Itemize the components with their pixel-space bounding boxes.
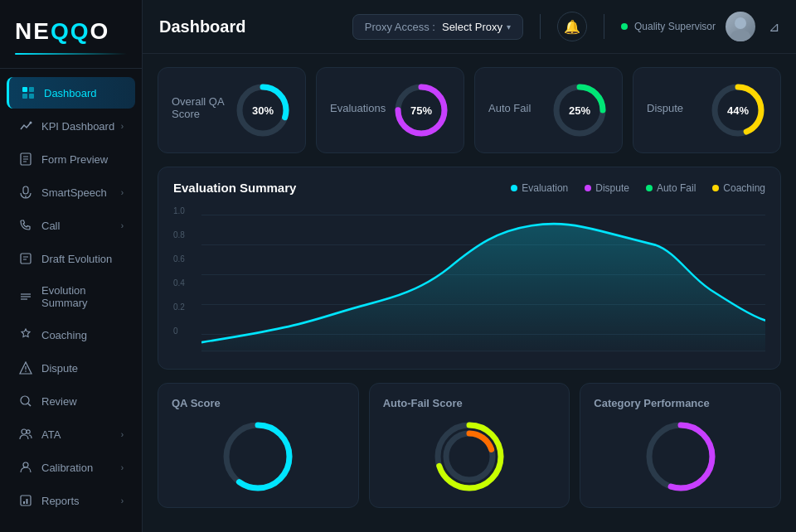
y-axis-label: 0.2 [173,302,198,312]
metric-card-evaluations: Evaluations 75% [316,67,464,153]
metric-title: Dispute [647,102,683,114]
draft-evolution-icon [18,251,33,266]
sidebar-item-label: Form Preview [41,153,124,166]
eval-summary-card: Evaluation Summary Evaluation Dispute Au… [158,167,781,370]
call-icon [18,218,33,233]
logo: NEQQO [15,18,127,45]
coaching-icon [18,327,33,342]
svg-rect-24 [21,496,31,505]
chevron-icon: › [121,221,124,230]
y-axis-label: 0.6 [173,254,198,264]
proxy-area[interactable]: Proxy Access : Select Proxy ▾ [352,14,523,40]
chart-legend: Evaluation Dispute Auto Fail Coaching [511,182,765,194]
bottom-card-title: Auto-Fail Score [383,397,556,409]
metric-info: Auto Fail [488,102,531,119]
svg-rect-1 [29,87,34,92]
chevron-icon: › [121,496,124,505]
sidebar-item-label: Dashboard [44,87,124,99]
chevron-icon: › [121,430,124,439]
multi-donut [432,419,507,494]
sidebar-item-dashboard[interactable]: Dashboard [7,77,135,109]
sidebar-item-dispute[interactable]: Dispute [7,352,135,384]
y-axis-label: 0.4 [173,278,198,288]
sidebar: NEQQO Dashboard KPI Dashboard › Form Pre… [0,0,143,532]
main-content: Dashboard Proxy Access : Select Proxy ▾ … [143,0,796,532]
legend-dot [646,185,653,191]
legend-label: Dispute [595,182,629,194]
bottom-card-qa-score: QA Score [158,383,359,508]
bottom-donut-row [594,419,767,494]
sidebar-item-kpi-dashboard[interactable]: KPI Dashboard › [7,110,135,142]
ata-icon [18,427,33,442]
eval-summary-header: Evaluation Summary Evaluation Dispute Au… [173,181,765,195]
metric-cards: Overall QA Score 30% Evaluations 75% Aut… [158,67,781,153]
legend-item-coaching: Coaching [712,182,765,194]
sidebar-item-reports[interactable]: Reports › [7,485,135,516]
smartspeech-icon [18,185,33,200]
bottom-card-title: Category Performance [594,397,767,409]
metric-card-dispute: Dispute 44% [633,67,781,153]
donut-label: 30% [252,104,274,117]
svg-rect-3 [29,94,34,99]
sidebar-item-coaching[interactable]: Coaching [7,319,135,351]
sidebar-item-evolution-summary[interactable]: Evolution Summary [7,276,135,317]
donut-evaluations: 75% [392,81,450,139]
sidebar-item-calibration[interactable]: Calibration › [7,452,135,483]
donut-overall-qa: 30% [234,81,292,139]
evolution-summary-icon [18,289,33,304]
sidebar-item-label: Call [41,220,121,232]
calibration-icon [18,460,33,475]
header-user: Quality Supervisor [621,21,716,32]
sidebar-item-review[interactable]: Review [7,385,135,417]
sidebar-item-form-preview[interactable]: Form Preview [7,143,135,175]
proxy-label: Proxy Access : [365,21,435,33]
legend-dot [511,185,517,191]
sidebar-item-smartspeech[interactable]: SmartSpeech › [7,177,135,208]
svg-rect-26 [27,499,28,504]
chart-area: 1.00.80.60.40.20 [173,206,765,355]
svg-rect-9 [23,186,28,194]
legend-item-evaluation: Evaluation [511,182,568,194]
sidebar-item-draft-evolution[interactable]: Draft Evolution [7,243,135,274]
metric-title: Evaluations [330,102,386,114]
sidebar-item-ata[interactable]: ATA › [7,418,135,450]
eval-chart [201,206,765,355]
donut-label: 75% [410,104,432,117]
sidebar-item-label: Review [41,395,124,408]
single-donut [221,419,295,494]
header: Dashboard Proxy Access : Select Proxy ▾ … [143,0,796,54]
donut-label: 44% [727,104,749,117]
donut-dispute: 44% [709,81,767,139]
avatar[interactable] [726,12,755,41]
user-online-dot [621,23,628,30]
metric-title: Auto Fail [488,102,531,114]
reports-icon [18,493,33,508]
legend-label: Evaluation [522,182,568,194]
header-divider-2 [604,14,604,39]
metric-card-overall-qa: Overall QA Score 30% [158,67,306,153]
svg-point-21 [22,429,27,434]
bottom-cards: QA Score Auto-Fail Score Category Perfor… [158,383,781,508]
notification-bell-button[interactable]: 🔔 [557,12,587,41]
sidebar-item-label: Coaching [41,329,124,341]
sidebar-item-label: ATA [41,428,121,441]
sidebar-item-label: SmartSpeech [41,186,121,199]
svg-point-19 [21,396,29,404]
single-donut [643,419,718,494]
metric-card-auto-fail: Auto Fail 25% [474,67,623,153]
donut-auto-fail: 25% [551,81,609,139]
donut-label: 25% [569,104,590,117]
dashboard-body: Overall QA Score 30% Evaluations 75% Aut… [143,54,796,532]
app-container: NEQQO Dashboard KPI Dashboard › Form Pre… [0,0,796,532]
sidebar-item-label: Draft Evolution [41,253,124,265]
kpi-dashboard-icon [18,118,33,133]
sidebar-item-label: Evolution Summary [41,284,124,309]
svg-rect-11 [21,254,31,264]
svg-rect-0 [22,87,27,92]
filter-icon[interactable]: ⊿ [769,19,779,35]
legend-item-auto fail: Auto Fail [646,182,696,194]
legend-dot [585,185,591,191]
sidebar-item-call[interactable]: Call › [7,210,135,241]
sidebar-nav: Dashboard KPI Dashboard › Form Preview S… [0,69,142,532]
proxy-select[interactable]: Select Proxy ▾ [442,21,511,33]
